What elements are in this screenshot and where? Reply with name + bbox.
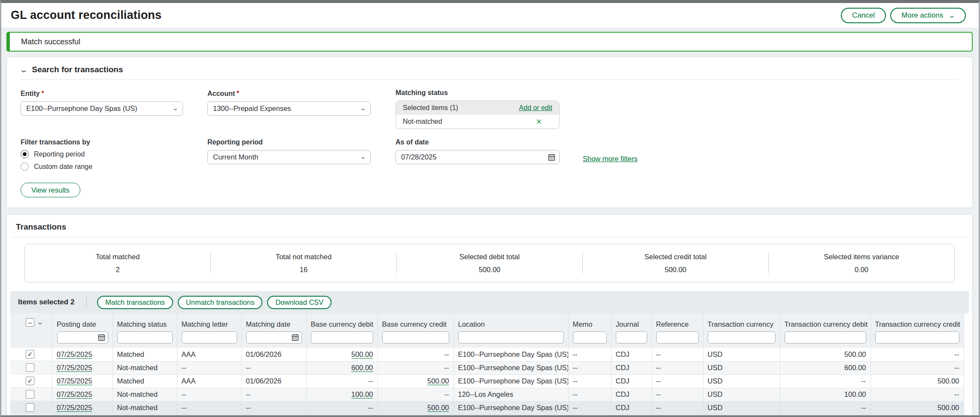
column-header-matching-date[interactable]: Matching date bbox=[241, 313, 306, 328]
cell-posting-date[interactable]: 07/25/2025 bbox=[52, 361, 113, 374]
cell-posting-date[interactable]: 07/25/2025 bbox=[52, 374, 113, 388]
account-select[interactable]: 1300--Prepaid Expenses ⌄ bbox=[207, 101, 371, 116]
column-header-matching-status[interactable]: Matching status bbox=[113, 313, 177, 328]
download-csv-button[interactable]: Download CSV bbox=[267, 296, 332, 309]
column-header-txn-credit[interactable]: Transaction currency credit bbox=[870, 313, 964, 328]
cell-base-debit[interactable]: 500.00 bbox=[306, 348, 377, 361]
column-header-memo[interactable]: Memo bbox=[568, 313, 611, 328]
cancel-button[interactable]: Cancel bbox=[841, 8, 886, 23]
calendar-icon[interactable] bbox=[548, 153, 555, 161]
column-header-base-debit[interactable]: Base currency debit bbox=[306, 313, 377, 328]
chevron-down-icon: ⌄ bbox=[948, 13, 956, 18]
row-select-cell bbox=[10, 361, 52, 374]
reporting-period-select[interactable]: Current Month ⌄ bbox=[207, 150, 371, 164]
column-header-posting-date[interactable]: Posting date bbox=[52, 313, 113, 328]
cell-posting-date[interactable]: 07/25/2025 bbox=[52, 401, 113, 414]
filter-input-memo[interactable] bbox=[573, 331, 607, 343]
table-row: 07/25/2025Not-matched----600.00--E100--P… bbox=[10, 361, 964, 374]
cell-base-credit[interactable]: 500.00 bbox=[377, 401, 453, 414]
column-header-txn-currency[interactable]: Transaction currency bbox=[703, 313, 780, 328]
column-header-matching-letter[interactable]: Matching letter bbox=[177, 313, 241, 328]
row-checkbox[interactable] bbox=[26, 390, 34, 399]
base-credit-link[interactable]: 500.00 bbox=[427, 404, 449, 411]
matching-status-value-row: Not-matched ✕ bbox=[396, 115, 559, 129]
select-all-checkbox[interactable]: – bbox=[26, 318, 34, 327]
filter-input-base-credit[interactable] bbox=[382, 331, 449, 343]
cell-memo: -- bbox=[568, 361, 611, 374]
column-header-location[interactable]: Location bbox=[453, 313, 568, 328]
filter-input-matching-letter[interactable] bbox=[182, 331, 237, 343]
filter-by-option-1[interactable]: Custom date range bbox=[21, 163, 183, 171]
cell-matching-date: -- bbox=[241, 361, 306, 374]
posting-date-link[interactable]: 07/25/2025 bbox=[57, 350, 92, 358]
cell-posting-date[interactable]: 07/25/2025 bbox=[52, 388, 113, 401]
summary-label: Selected credit total bbox=[645, 253, 707, 261]
cell-posting-date[interactable]: 07/25/2025 bbox=[52, 348, 113, 361]
cell-base-debit[interactable]: 600.00 bbox=[306, 361, 377, 374]
cell-matching-letter: -- bbox=[177, 361, 241, 374]
base-debit-link[interactable]: 100.00 bbox=[351, 390, 373, 398]
chevron-down-icon: ⌄ bbox=[359, 105, 366, 111]
add-or-edit-link[interactable]: Add or edit bbox=[519, 104, 552, 112]
filter-input-location[interactable] bbox=[458, 331, 564, 343]
column-header-reference[interactable]: Reference bbox=[651, 313, 703, 328]
cell-reference: -- bbox=[651, 401, 703, 414]
base-credit-link[interactable]: 500.00 bbox=[427, 377, 449, 385]
cell-base-debit[interactable]: 100.00 bbox=[306, 388, 377, 401]
radio-unselected[interactable] bbox=[21, 163, 29, 171]
view-results-button[interactable]: View results bbox=[21, 183, 80, 197]
filter-input-txn-credit[interactable] bbox=[875, 331, 959, 343]
row-checkbox-checked[interactable]: ✓ bbox=[26, 377, 34, 385]
cell-matching-letter: AAA bbox=[177, 374, 241, 388]
cell-matching-status: Matched bbox=[113, 348, 177, 361]
filter-input-base-debit[interactable] bbox=[311, 331, 373, 343]
row-checkbox[interactable] bbox=[26, 403, 34, 412]
entity-select[interactable]: E100--Purrsephone Day Spas (US) ⌄ bbox=[21, 101, 183, 116]
calendar-icon[interactable] bbox=[98, 334, 105, 341]
filter-input-txn-currency[interactable] bbox=[708, 331, 776, 343]
cell-reference: -- bbox=[651, 361, 703, 374]
filter-input-txn-debit[interactable] bbox=[785, 331, 866, 343]
filter-input-matching-status[interactable] bbox=[117, 331, 173, 343]
cell-base-credit: -- bbox=[377, 388, 453, 401]
remove-filter-close-icon[interactable]: ✕ bbox=[536, 117, 542, 126]
show-more-filters-link[interactable]: Show more filters bbox=[583, 155, 637, 163]
row-checkbox[interactable] bbox=[26, 363, 34, 372]
filter-by-option-0[interactable]: Reporting period bbox=[21, 150, 183, 158]
summary-label: Selected debit total bbox=[460, 253, 520, 261]
select-menu-chevron-down-icon[interactable]: ⌄ bbox=[37, 319, 43, 325]
base-debit-link[interactable]: 600.00 bbox=[351, 364, 373, 371]
posting-date-link[interactable]: 07/25/2025 bbox=[57, 404, 92, 411]
column-header-base-credit[interactable]: Base currency credit bbox=[377, 313, 453, 328]
cell-matching-status: Matched bbox=[113, 374, 177, 388]
match-transactions-button[interactable]: Match transactions bbox=[97, 296, 173, 309]
toolbar-divider bbox=[86, 296, 87, 309]
collapse-chevron-icon[interactable]: ⌄ bbox=[19, 65, 28, 74]
radio-selected[interactable] bbox=[21, 150, 29, 158]
table-row: 07/25/2025Not-matched----100.00--120--Lo… bbox=[10, 388, 964, 401]
more-actions-button[interactable]: More actions ⌄ bbox=[890, 8, 966, 23]
search-section: ⌄ Search for transactions Entity* E100--… bbox=[6, 57, 973, 208]
filter-input-reference[interactable] bbox=[656, 331, 699, 343]
matching-status-header-row: Selected items (1) Add or edit bbox=[396, 101, 559, 115]
chevron-down-icon: ⌄ bbox=[172, 105, 179, 111]
cell-memo: -- bbox=[568, 388, 611, 401]
calendar-icon[interactable] bbox=[292, 334, 299, 341]
base-debit-link[interactable]: 500.00 bbox=[351, 350, 373, 358]
column-header-journal[interactable]: Journal bbox=[611, 313, 651, 328]
row-checkbox-checked[interactable]: ✓ bbox=[26, 350, 34, 359]
posting-date-link[interactable]: 07/25/2025 bbox=[57, 377, 92, 385]
cell-txn-debit: -- bbox=[780, 374, 870, 388]
cell-reference: -- bbox=[651, 374, 703, 388]
unmatch-transactions-button[interactable]: Unmatch transactions bbox=[178, 296, 263, 309]
as-of-date-value: 07/28/2025 bbox=[401, 153, 437, 161]
cell-txn-debit: -- bbox=[780, 401, 870, 414]
filter-by-label: Filter transactions by bbox=[21, 138, 183, 146]
page-title: GL account reconciliations bbox=[11, 9, 161, 22]
cell-base-credit[interactable]: 500.00 bbox=[377, 374, 453, 388]
as-of-date-input[interactable]: 07/28/2025 bbox=[396, 150, 560, 164]
filter-input-journal[interactable] bbox=[616, 331, 647, 343]
column-header-txn-debit[interactable]: Transaction currency debit bbox=[780, 313, 870, 328]
posting-date-link[interactable]: 07/25/2025 bbox=[57, 390, 92, 398]
posting-date-link[interactable]: 07/25/2025 bbox=[57, 364, 92, 371]
